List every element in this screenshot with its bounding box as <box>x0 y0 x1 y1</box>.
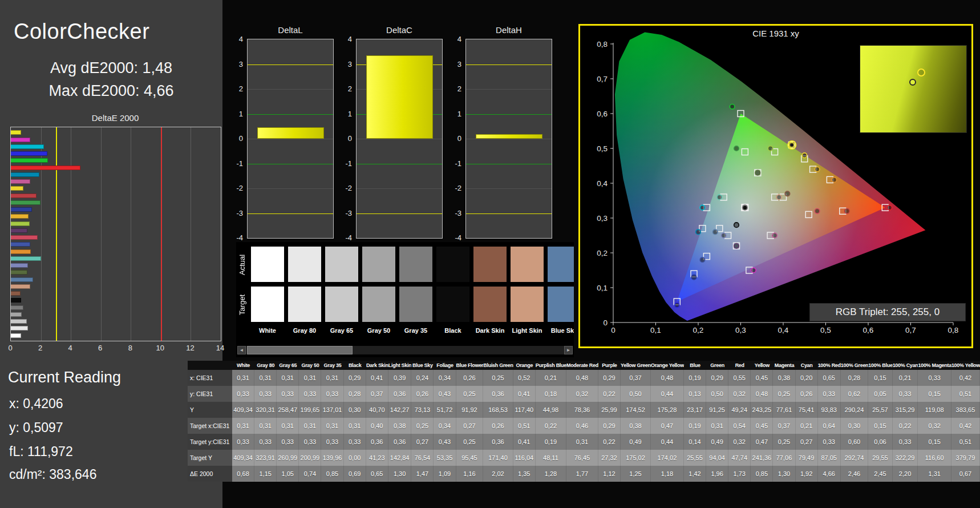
table-cell: 0,33 <box>321 386 343 402</box>
table-cell: 0,15 <box>868 370 892 386</box>
table-cell: 174,52 <box>621 402 651 418</box>
swatch-target[interactable] <box>511 287 544 322</box>
delta-threshold-line <box>248 89 333 90</box>
swatch-actual[interactable] <box>288 247 321 282</box>
table-cell: 0,47 <box>751 434 773 450</box>
table-row-label: Target y:CIE31 <box>188 434 232 450</box>
table-cell: 0,37 <box>621 370 651 386</box>
table-row-label: ΔE 2000 <box>188 466 232 482</box>
swatch-column: Gray 80 <box>288 247 321 344</box>
swatch-actual[interactable] <box>511 247 544 282</box>
cie-actual-marker <box>717 195 722 200</box>
table-cell: 1,18 <box>651 466 684 482</box>
deltae-bar <box>11 333 21 338</box>
delta-y-tick-label: 0 <box>457 134 461 143</box>
swatch-actual[interactable] <box>362 247 395 282</box>
swatch-target[interactable] <box>548 287 574 322</box>
swatch-label: Black <box>436 327 469 334</box>
table-cell: 2,20 <box>893 466 918 482</box>
swatch-scrollbar[interactable]: ◄ ► <box>237 346 573 354</box>
table-cell: 0,45 <box>751 418 773 434</box>
swatch-target[interactable] <box>399 287 432 322</box>
svg-text:0: 0 <box>611 326 615 334</box>
svg-text:0,2: 0,2 <box>693 326 704 334</box>
delta-threshold-line <box>248 114 333 115</box>
table-col-header: Foliage <box>434 361 456 370</box>
cie-actual-marker <box>887 205 892 210</box>
cie-chart-title: CIE 1931 xy <box>580 29 971 38</box>
table-cell: 323,91 <box>254 450 277 466</box>
table-cell: 0,38 <box>773 370 795 386</box>
table-cell: 0,15 <box>918 434 951 450</box>
swatch-target[interactable] <box>362 287 395 322</box>
deltae-bar <box>11 158 48 163</box>
scroll-left-button[interactable]: ◄ <box>237 346 246 354</box>
delta-threshold-line <box>466 213 552 214</box>
table-col-header: 100% Green <box>841 361 869 370</box>
table-cell: 116,60 <box>918 450 951 466</box>
swatch-column: Gray 35 <box>399 247 432 344</box>
table-cell: 41,23 <box>366 450 388 466</box>
deltae-bar <box>11 312 22 317</box>
deltae-bar <box>11 144 44 149</box>
table-cell: 2,02 <box>483 466 513 482</box>
deltae-chart-title: DeltaE 2000 <box>10 113 220 123</box>
table-cell: 0,30 <box>841 418 869 434</box>
deltac-bar <box>366 55 433 139</box>
scrollbar-thumb[interactable] <box>247 346 353 354</box>
table-col-header: Orange Yellow <box>651 361 684 370</box>
table-cell: 409,34 <box>232 450 254 466</box>
table-cell: 40,70 <box>366 402 388 418</box>
table-cell: 168,53 <box>483 402 513 418</box>
swatch-target[interactable] <box>325 287 358 322</box>
table-cell: 1,05 <box>277 466 299 482</box>
delta-threshold-line <box>357 164 442 164</box>
svg-text:0,7: 0,7 <box>597 75 608 83</box>
table-cell: 0,48 <box>566 370 598 386</box>
swatch-target[interactable] <box>288 287 321 322</box>
table-cell: 23,17 <box>684 402 706 418</box>
swatch-actual[interactable] <box>548 247 574 282</box>
table-row-label: Y <box>188 402 232 418</box>
swatch-target[interactable] <box>436 287 469 322</box>
cie-actual-marker <box>730 104 735 110</box>
table-cell: 0,74 <box>299 466 321 482</box>
current-reading-title: Current Reading <box>8 369 121 386</box>
table-cell: 1,96 <box>706 466 728 482</box>
swatch-actual[interactable] <box>251 247 284 282</box>
swatch-actual[interactable] <box>436 247 469 282</box>
table-cell: 1,92 <box>796 466 818 482</box>
actual-row-label: Actual <box>238 248 248 282</box>
table-cell: 0,33 <box>232 386 254 402</box>
deltac-chart-title: DeltaC <box>356 25 443 35</box>
delta-y-tick-label: -3 <box>345 208 352 217</box>
table-cell: 1,42 <box>684 466 706 482</box>
table-cell: 0,33 <box>344 434 366 450</box>
table-cell: 1,47 <box>411 466 434 482</box>
swatch-actual[interactable] <box>399 247 432 282</box>
swatch-label: Dark Skin <box>473 327 507 334</box>
scroll-right-button[interactable]: ► <box>564 346 573 354</box>
table-cell: 76,45 <box>566 450 598 466</box>
table-cell: 119,08 <box>918 402 951 418</box>
table-row-label: x: CIE31 <box>188 370 232 386</box>
table-cell: 27,32 <box>598 450 621 466</box>
svg-text:0,7: 0,7 <box>905 326 916 334</box>
table-cell: 0,38 <box>388 418 412 434</box>
swatch-actual[interactable] <box>325 247 358 282</box>
table-cell: 1,30 <box>773 466 795 482</box>
table-cell: 0,30 <box>344 402 366 418</box>
deltae-x-tick-label: 10 <box>156 344 164 352</box>
svg-text:0,4: 0,4 <box>778 326 789 334</box>
swatch-target[interactable] <box>251 287 284 322</box>
swatch-actual[interactable] <box>473 247 507 282</box>
cie-actual-marker <box>721 233 726 238</box>
table-cell: 0,32 <box>728 434 751 450</box>
table-cell: 0,62 <box>841 386 869 402</box>
swatch-target[interactable] <box>473 287 507 322</box>
table-cell: 320,31 <box>254 402 277 418</box>
table-cell: 137,01 <box>321 402 343 418</box>
deltae-bar <box>11 326 28 330</box>
table-cell: 0,34 <box>434 370 456 386</box>
delta-y-tick-label: -4 <box>455 233 461 242</box>
